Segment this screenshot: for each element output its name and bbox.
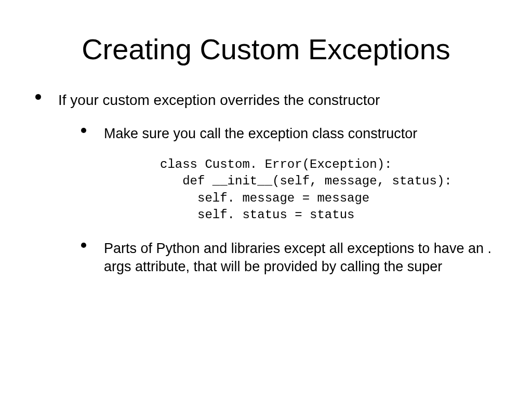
bullet-text: If your custom exception overrides the c… (58, 91, 501, 109)
list-item: If your custom exception overrides the c… (31, 91, 501, 276)
bullet-icon (81, 128, 86, 133)
list-item: Make sure you call the exception class c… (79, 125, 501, 224)
bullet-list-level-2: Make sure you call the exception class c… (58, 125, 501, 276)
slide-content: If your custom exception overrides the c… (0, 66, 532, 276)
bullet-icon (81, 243, 86, 248)
bullet-icon (35, 94, 41, 100)
bullet-list-level-1: If your custom exception overrides the c… (31, 91, 501, 276)
bullet-text: Make sure you call the exception class c… (104, 125, 501, 143)
slide: Creating Custom Exceptions If your custo… (0, 0, 532, 399)
code-snippet: class Custom. Error(Exception): def __in… (160, 156, 501, 224)
bullet-text: Parts of Python and libraries except all… (104, 240, 501, 276)
list-item: Parts of Python and libraries except all… (79, 240, 501, 276)
slide-title: Creating Custom Exceptions (0, 0, 532, 66)
